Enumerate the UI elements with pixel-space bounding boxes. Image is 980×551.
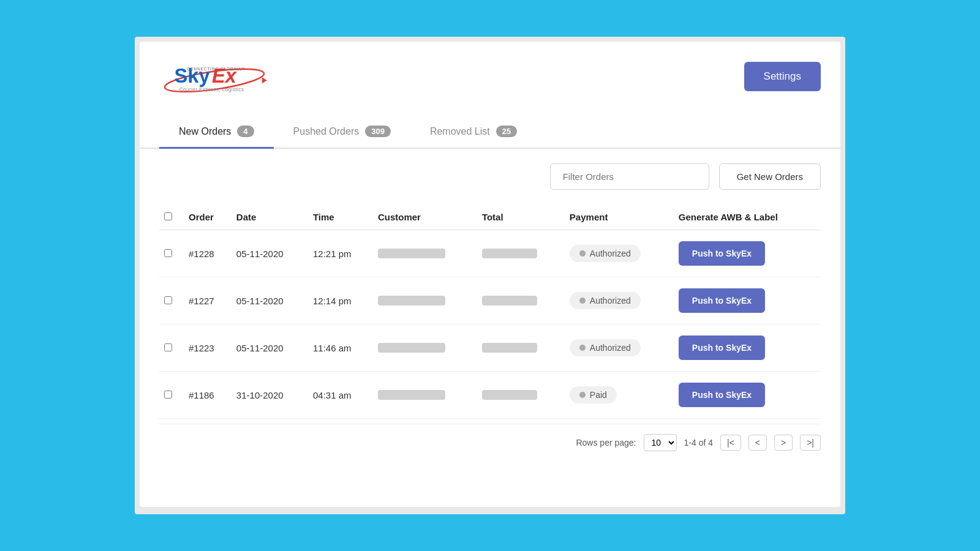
logo-area: Sky Ex Courier Express, Logistics CONNEC… bbox=[159, 56, 270, 96]
row-order-2: #1223 bbox=[184, 324, 232, 372]
row-checkbox-2[interactable] bbox=[164, 343, 172, 351]
svg-text:Courier Express, Logistics: Courier Express, Logistics bbox=[179, 87, 244, 92]
push-to-skyex-button-0[interactable]: Push to SkyEx bbox=[679, 241, 765, 266]
tab-new-orders-badge: 4 bbox=[237, 126, 254, 137]
row-action-2: Push to SkyEx bbox=[674, 324, 821, 372]
payment-badge-0: Authorized bbox=[570, 245, 641, 262]
push-to-skyex-button-2[interactable]: Push to SkyEx bbox=[679, 335, 765, 360]
row-date-0: 05-11-2020 bbox=[232, 230, 308, 277]
payment-dot-3 bbox=[579, 392, 586, 398]
payment-label-1: Authorized bbox=[590, 296, 631, 305]
push-to-skyex-button-1[interactable]: Push to SkyEx bbox=[679, 288, 765, 313]
row-customer-1 bbox=[373, 277, 477, 324]
col-payment: Payment bbox=[565, 204, 674, 230]
svg-text:CONNECTING GLOBALLY: CONNECTING GLOBALLY bbox=[187, 67, 245, 71]
payment-badge-3: Paid bbox=[570, 386, 617, 403]
row-customer-0 bbox=[373, 230, 477, 277]
row-customer-2 bbox=[373, 324, 477, 372]
total-blurred-3 bbox=[482, 390, 537, 400]
payment-badge-1: Authorized bbox=[570, 292, 641, 309]
table-row: #1186 31-10-2020 04:31 am Paid Push to S… bbox=[159, 372, 821, 419]
push-to-skyex-button-3[interactable]: Push to SkyEx bbox=[679, 383, 765, 407]
pagination-row: Rows per page: 10 25 50 1-4 of 4 |< < > … bbox=[159, 424, 821, 456]
prev-page-button[interactable]: < bbox=[748, 435, 767, 451]
tab-new-orders-label: New Orders bbox=[179, 126, 231, 137]
row-checkbox-3[interactable] bbox=[164, 391, 172, 399]
customer-blurred-0 bbox=[378, 249, 445, 258]
select-all-checkbox[interactable] bbox=[164, 212, 172, 220]
row-checkbox-cell bbox=[159, 372, 184, 419]
customer-blurred-1 bbox=[378, 296, 445, 305]
row-time-2: 11:46 am bbox=[308, 324, 373, 372]
row-action-1: Push to SkyEx bbox=[674, 277, 821, 324]
row-date-2: 05-11-2020 bbox=[232, 324, 308, 372]
col-customer: Customer bbox=[373, 204, 477, 230]
toolbar: Get New Orders bbox=[159, 163, 821, 190]
inner-container: Sky Ex Courier Express, Logistics CONNEC… bbox=[140, 42, 840, 507]
row-date-3: 31-10-2020 bbox=[232, 372, 308, 419]
row-total-1 bbox=[477, 277, 565, 324]
col-date: Date bbox=[232, 204, 308, 230]
payment-label-2: Authorized bbox=[590, 343, 631, 353]
table-row: #1227 05-11-2020 12:14 pm Authorized Pus… bbox=[159, 277, 821, 324]
filter-orders-input[interactable] bbox=[550, 163, 709, 190]
page-info: 1-4 of 4 bbox=[684, 438, 713, 448]
total-blurred-1 bbox=[482, 296, 537, 305]
row-order-3: #1186 bbox=[184, 372, 232, 419]
main-container: Sky Ex Courier Express, Logistics CONNEC… bbox=[135, 37, 845, 514]
col-checkbox bbox=[159, 204, 184, 230]
row-checkbox-0[interactable] bbox=[164, 249, 172, 257]
customer-blurred-3 bbox=[378, 390, 445, 400]
col-total: Total bbox=[477, 204, 565, 230]
row-checkbox-1[interactable] bbox=[164, 296, 172, 304]
tab-removed-list[interactable]: Removed List 25 bbox=[410, 116, 537, 149]
payment-label-0: Authorized bbox=[590, 249, 631, 258]
tab-new-orders[interactable]: New Orders 4 bbox=[159, 116, 274, 149]
rows-per-page-label: Rows per page: bbox=[576, 438, 636, 448]
svg-marker-1 bbox=[262, 77, 267, 83]
row-checkbox-cell bbox=[159, 277, 184, 324]
row-action-0: Push to SkyEx bbox=[674, 230, 821, 277]
last-page-button[interactable]: >| bbox=[800, 435, 821, 451]
table-row: #1228 05-11-2020 12:21 pm Authorized Pus… bbox=[159, 230, 821, 277]
row-time-3: 04:31 am bbox=[308, 372, 373, 419]
tabs-row: New Orders 4 Pushed Orders 309 Removed L… bbox=[140, 116, 840, 149]
row-time-1: 12:14 pm bbox=[308, 277, 373, 324]
row-checkbox-cell bbox=[159, 324, 184, 372]
customer-blurred-2 bbox=[378, 343, 445, 353]
tab-pushed-orders-label: Pushed Orders bbox=[293, 126, 360, 137]
payment-dot-1 bbox=[579, 298, 586, 304]
table-header-row: Order Date Time Customer Total Payment G… bbox=[159, 204, 821, 230]
row-customer-3 bbox=[373, 372, 477, 419]
payment-badge-2: Authorized bbox=[570, 339, 641, 356]
content-area: Get New Orders Order Date Time Customer … bbox=[140, 149, 840, 471]
row-payment-1: Authorized bbox=[565, 277, 674, 324]
row-date-1: 05-11-2020 bbox=[232, 277, 308, 324]
col-order: Order bbox=[184, 204, 232, 230]
payment-dot-0 bbox=[579, 250, 586, 257]
table-row: #1223 05-11-2020 11:46 am Authorized Pus… bbox=[159, 324, 821, 372]
row-checkbox-cell bbox=[159, 230, 184, 277]
col-generate: Generate AWB & Label bbox=[674, 204, 821, 230]
col-time: Time bbox=[308, 204, 373, 230]
settings-button[interactable]: Settings bbox=[744, 62, 821, 91]
row-total-0 bbox=[477, 230, 565, 277]
total-blurred-2 bbox=[482, 343, 537, 353]
row-total-2 bbox=[477, 324, 565, 372]
row-total-3 bbox=[477, 372, 565, 419]
row-payment-0: Authorized bbox=[565, 230, 674, 277]
next-page-button[interactable]: > bbox=[774, 435, 793, 451]
get-new-orders-button[interactable]: Get New Orders bbox=[719, 163, 821, 190]
payment-label-3: Paid bbox=[590, 390, 607, 400]
row-time-0: 12:21 pm bbox=[308, 230, 373, 277]
tab-removed-list-label: Removed List bbox=[430, 126, 490, 137]
rows-per-page-select[interactable]: 10 25 50 bbox=[644, 434, 677, 451]
row-payment-3: Paid bbox=[565, 372, 674, 419]
row-payment-2: Authorized bbox=[565, 324, 674, 372]
tab-pushed-orders-badge: 309 bbox=[365, 126, 391, 137]
first-page-button[interactable]: |< bbox=[720, 435, 741, 451]
payment-dot-2 bbox=[579, 345, 586, 351]
tab-pushed-orders[interactable]: Pushed Orders 309 bbox=[274, 116, 410, 149]
row-order-1: #1227 bbox=[184, 277, 232, 324]
total-blurred-0 bbox=[482, 249, 537, 258]
